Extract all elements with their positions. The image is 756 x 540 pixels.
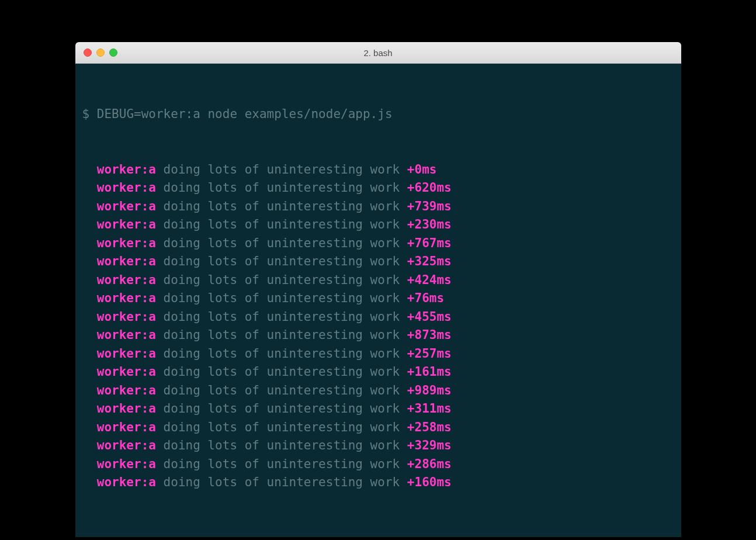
log-namespace: worker:a bbox=[97, 273, 156, 287]
log-message: doing lots of uninteresting work bbox=[164, 181, 400, 195]
log-message: doing lots of uninteresting work bbox=[164, 162, 400, 176]
log-line: worker:a doing lots of uninteresting wor… bbox=[82, 252, 674, 271]
log-timing: +739ms bbox=[407, 199, 452, 213]
log-timing: +620ms bbox=[407, 181, 452, 195]
terminal-body[interactable]: $ DEBUG=worker:a node examples/node/app.… bbox=[75, 64, 681, 537]
log-output: worker:a doing lots of uninteresting wor… bbox=[82, 161, 674, 492]
log-namespace: worker:a bbox=[97, 236, 156, 250]
log-namespace: worker:a bbox=[97, 438, 156, 452]
log-timing: +424ms bbox=[407, 273, 452, 287]
command-line: $ DEBUG=worker:a node examples/node/app.… bbox=[82, 105, 674, 124]
log-message: doing lots of uninteresting work bbox=[164, 420, 400, 434]
log-namespace: worker:a bbox=[97, 181, 156, 195]
log-message: doing lots of uninteresting work bbox=[164, 310, 400, 324]
close-button[interactable] bbox=[84, 49, 92, 57]
titlebar[interactable]: 2. bash bbox=[75, 42, 681, 64]
log-line: worker:a doing lots of uninteresting wor… bbox=[82, 363, 674, 382]
log-namespace: worker:a bbox=[97, 457, 156, 471]
log-namespace: worker:a bbox=[97, 254, 156, 268]
log-timing: +989ms bbox=[407, 383, 452, 397]
window-title: 2. bash bbox=[75, 48, 681, 58]
log-timing: +286ms bbox=[407, 457, 452, 471]
log-line: worker:a doing lots of uninteresting wor… bbox=[82, 161, 674, 179]
traffic-lights bbox=[75, 49, 117, 57]
log-timing: +230ms bbox=[407, 217, 452, 231]
log-timing: +329ms bbox=[407, 438, 452, 452]
log-line: worker:a doing lots of uninteresting wor… bbox=[82, 455, 674, 474]
log-message: doing lots of uninteresting work bbox=[164, 273, 400, 287]
log-message: doing lots of uninteresting work bbox=[164, 217, 400, 231]
log-line: worker:a doing lots of uninteresting wor… bbox=[82, 179, 674, 198]
log-line: worker:a doing lots of uninteresting wor… bbox=[82, 382, 674, 400]
log-namespace: worker:a bbox=[97, 420, 156, 434]
log-line: worker:a doing lots of uninteresting wor… bbox=[82, 473, 674, 492]
log-message: doing lots of uninteresting work bbox=[164, 438, 400, 452]
log-line: worker:a doing lots of uninteresting wor… bbox=[82, 271, 674, 290]
log-namespace: worker:a bbox=[97, 199, 156, 213]
log-namespace: worker:a bbox=[97, 217, 156, 231]
log-line: worker:a doing lots of uninteresting wor… bbox=[82, 308, 674, 327]
log-timing: +0ms bbox=[407, 162, 437, 176]
log-line: worker:a doing lots of uninteresting wor… bbox=[82, 198, 674, 216]
log-namespace: worker:a bbox=[97, 383, 156, 397]
log-timing: +767ms bbox=[407, 236, 452, 250]
log-message: doing lots of uninteresting work bbox=[164, 236, 400, 250]
log-timing: +455ms bbox=[407, 310, 452, 324]
terminal-window: 2. bash $ DEBUG=worker:a node examples/n… bbox=[75, 42, 681, 537]
log-message: doing lots of uninteresting work bbox=[164, 347, 400, 361]
log-timing: +257ms bbox=[407, 347, 452, 361]
log-namespace: worker:a bbox=[97, 310, 156, 324]
log-namespace: worker:a bbox=[97, 475, 156, 489]
log-namespace: worker:a bbox=[97, 162, 156, 176]
log-line: worker:a doing lots of uninteresting wor… bbox=[82, 216, 674, 234]
log-message: doing lots of uninteresting work bbox=[164, 383, 400, 397]
log-line: worker:a doing lots of uninteresting wor… bbox=[82, 418, 674, 437]
log-line: worker:a doing lots of uninteresting wor… bbox=[82, 400, 674, 418]
log-timing: +873ms bbox=[407, 328, 452, 342]
log-message: doing lots of uninteresting work bbox=[164, 254, 400, 268]
maximize-button[interactable] bbox=[109, 49, 117, 57]
log-message: doing lots of uninteresting work bbox=[164, 475, 400, 489]
log-namespace: worker:a bbox=[97, 401, 156, 416]
log-timing: +76ms bbox=[407, 291, 444, 305]
log-message: doing lots of uninteresting work bbox=[164, 365, 400, 379]
log-timing: +160ms bbox=[407, 475, 452, 489]
log-line: worker:a doing lots of uninteresting wor… bbox=[82, 437, 674, 455]
log-timing: +325ms bbox=[407, 254, 452, 268]
log-namespace: worker:a bbox=[97, 328, 156, 342]
minimize-button[interactable] bbox=[96, 49, 105, 57]
log-namespace: worker:a bbox=[97, 291, 156, 305]
prompt-symbol: $ bbox=[82, 107, 90, 121]
log-namespace: worker:a bbox=[97, 347, 156, 361]
log-namespace: worker:a bbox=[97, 365, 156, 379]
log-line: worker:a doing lots of uninteresting wor… bbox=[82, 345, 674, 364]
log-message: doing lots of uninteresting work bbox=[164, 457, 400, 471]
log-line: worker:a doing lots of uninteresting wor… bbox=[82, 289, 674, 308]
log-message: doing lots of uninteresting work bbox=[164, 328, 400, 342]
log-timing: +258ms bbox=[407, 420, 452, 434]
log-message: doing lots of uninteresting work bbox=[164, 401, 400, 416]
log-line: worker:a doing lots of uninteresting wor… bbox=[82, 234, 674, 253]
command-text: DEBUG=worker:a node examples/node/app.js bbox=[97, 107, 393, 121]
log-line: worker:a doing lots of uninteresting wor… bbox=[82, 326, 674, 345]
log-message: doing lots of uninteresting work bbox=[164, 291, 400, 305]
log-timing: +311ms bbox=[407, 401, 452, 416]
log-message: doing lots of uninteresting work bbox=[164, 199, 400, 213]
log-timing: +161ms bbox=[407, 365, 452, 379]
